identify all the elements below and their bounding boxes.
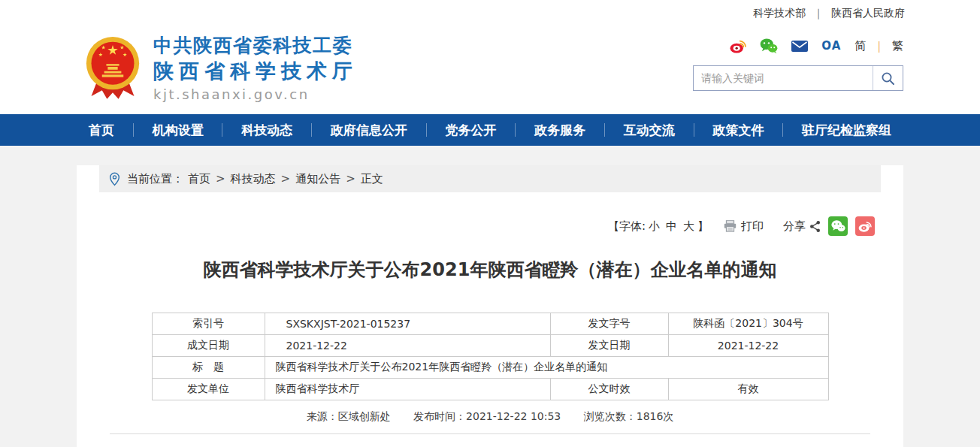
site-url: kjt.shaanxi.gov.cn: [153, 85, 358, 104]
share-icon: [809, 220, 821, 233]
table-row: 标 题 陕西省科学技术厅关于公布2021年陕西省瞪羚（潜在）企业名单的通知: [152, 357, 828, 379]
article-divider: [110, 433, 870, 434]
org-name-line1: 中共陕西省委科技工委: [153, 33, 358, 58]
meta-value-written-date: 2021-12-22: [265, 335, 550, 357]
lang-traditional[interactable]: 繁: [892, 39, 903, 53]
font-size-large[interactable]: 大: [683, 219, 694, 234]
meta-value-doc-number: 陕科函〔2021〕304号: [668, 313, 828, 335]
lang-separator: ｜: [873, 39, 885, 53]
search-icon: [881, 71, 895, 86]
views-group: 浏览次数：1816次: [584, 410, 674, 422]
nav-item-gov-info[interactable]: 政府信息公开: [331, 122, 407, 139]
link-most[interactable]: 科学技术部: [753, 7, 806, 20]
article-source-row: 来源：区域创新处 发布时间：2021-12-22 10:53 浏览次数：1816…: [77, 410, 903, 424]
article-tools-row: 【字体: 小 中 大 】 打印 分享: [77, 216, 903, 236]
nav-item-discipline[interactable]: 驻厅纪检监察组: [802, 122, 891, 139]
link-shaanxi-gov[interactable]: 陕西省人民政府: [831, 7, 905, 20]
weibo-share-icon: [858, 220, 872, 232]
meta-value-validity: 有效: [668, 379, 828, 400]
publish-time-value: 2021-12-22 10:53: [466, 410, 561, 422]
site-header: 中共陕西省委科技工委 陕西省科学技术厅 kjt.shaanxi.gov.cn: [0, 27, 980, 114]
print-button[interactable]: 打印: [724, 219, 764, 234]
font-size-medium[interactable]: 中: [666, 219, 677, 234]
nav-item-news[interactable]: 科技动态: [241, 122, 292, 139]
nav-item-home[interactable]: 首页: [89, 122, 114, 139]
meta-label-issuing-org: 发文单位: [152, 379, 265, 400]
share-control[interactable]: 分享: [783, 219, 821, 234]
article-title: 陕西省科学技术厅关于公布2021年陕西省瞪羚（潜在）企业名单的通知: [122, 257, 858, 282]
printer-icon: [724, 220, 737, 232]
nav-divider: [133, 123, 134, 137]
meta-label-written-date: 成文日期: [152, 335, 265, 357]
main-nav: 首页 机构设置 科技动态 政府信息公开 党务公开 政务服务 互动交流 政策文件 …: [0, 114, 980, 146]
views-label: 浏览次数：: [584, 410, 637, 422]
source-value: 区域创新处: [338, 410, 391, 422]
font-size-prefix: 【字体:: [608, 219, 646, 234]
wechat-icon[interactable]: [760, 38, 778, 53]
breadcrumb-separator: >: [346, 172, 355, 186]
meta-label-issue-date: 发文日期: [550, 335, 668, 357]
share-weibo-button[interactable]: [855, 216, 875, 236]
table-row: 发文单位 陕西省科学技术厅 公文时效 有效: [152, 379, 828, 400]
nav-divider: [604, 123, 605, 137]
brand-text: 中共陕西省委科技工委 陕西省科学技术厅 kjt.shaanxi.gov.cn: [153, 32, 358, 104]
meta-label-doc-number: 发文字号: [550, 313, 668, 335]
breadcrumb-current: 正文: [361, 172, 383, 186]
main-content: 当前位置： 首页 > 科技动态 > 通知公告 > 正文 【字体: 小 中 大 】…: [77, 165, 903, 447]
publish-time-group: 发布时间：2021-12-22 10:53: [413, 410, 561, 422]
nav-divider: [782, 123, 783, 137]
breadcrumb-news[interactable]: 科技动态: [231, 172, 276, 186]
nav-divider: [694, 123, 694, 137]
meta-value-title: 陕西省科学技术厅关于公布2021年陕西省瞪羚（潜在）企业名单的通知: [265, 357, 828, 379]
nav-item-interaction[interactable]: 互动交流: [624, 122, 675, 139]
meta-label-title: 标 题: [152, 357, 265, 379]
top-links-separator: ｜: [813, 7, 824, 20]
publish-time-label: 发布时间：: [413, 410, 466, 422]
meta-value-issue-date: 2021-12-22: [668, 335, 828, 357]
nav-divider: [311, 123, 312, 137]
views-value: 1816次: [637, 410, 674, 422]
breadcrumb-home[interactable]: 首页: [188, 172, 210, 186]
font-size-small[interactable]: 小: [649, 219, 660, 234]
font-size-control: 【字体: 小 中 大 】: [608, 219, 709, 234]
document-meta-table: 索引号 SXSKXJST-2021-015237 发文字号 陕科函〔2021〕3…: [152, 313, 829, 400]
font-size-suffix: 】: [697, 219, 709, 234]
search-input[interactable]: [694, 66, 873, 90]
nav-item-policies[interactable]: 政策文件: [712, 122, 764, 139]
breadcrumb-notices[interactable]: 通知公告: [295, 172, 340, 186]
search-button[interactable]: [873, 66, 903, 90]
nav-item-services[interactable]: 政务服务: [534, 122, 585, 139]
location-pin-icon: [109, 172, 120, 186]
nav-item-orgs[interactable]: 机构设置: [153, 122, 204, 139]
nav-divider: [426, 123, 427, 137]
search-box: [693, 65, 903, 91]
oa-link[interactable]: OA: [821, 39, 841, 53]
meta-value-index: SXSKXJST-2021-015237: [265, 313, 550, 335]
breadcrumb-label: 当前位置：: [127, 172, 183, 186]
top-links-bar: 科学技术部 ｜ 陕西省人民政府: [0, 0, 980, 27]
share-label: 分享: [783, 219, 806, 234]
wechat-share-icon: [831, 220, 845, 232]
source-label: 来源：: [307, 410, 338, 422]
header-right-tools: OA 简 ｜ 繁: [693, 35, 903, 91]
table-row: 索引号 SXSKXJST-2021-015237 发文字号 陕科函〔2021〕3…: [152, 313, 828, 335]
print-label: 打印: [741, 219, 764, 234]
meta-label-index: 索引号: [152, 313, 265, 335]
share-wechat-button[interactable]: [828, 216, 848, 236]
nav-divider: [515, 123, 516, 137]
org-name-line2: 陕西省科学技术厅: [153, 58, 358, 85]
mail-icon[interactable]: [791, 41, 808, 52]
nav-item-party[interactable]: 党务公开: [446, 122, 497, 139]
weibo-icon[interactable]: [730, 38, 746, 53]
source-group: 来源：区域创新处: [307, 410, 391, 422]
quick-icons-row: OA 简 ｜ 繁: [693, 35, 903, 57]
breadcrumb-separator: >: [216, 172, 225, 186]
breadcrumb-separator: >: [281, 172, 291, 186]
nav-divider: [222, 123, 222, 137]
breadcrumb: 当前位置： 首页 > 科技动态 > 通知公告 > 正文: [99, 165, 881, 192]
table-row: 成文日期 2021-12-22 发文日期 2021-12-22: [152, 335, 828, 357]
site-logo[interactable]: 中共陕西省委科技工委 陕西省科学技术厅 kjt.shaanxi.gov.cn: [84, 32, 358, 104]
meta-label-validity: 公文时效: [550, 379, 668, 400]
lang-simplified[interactable]: 简: [854, 39, 866, 53]
national-emblem-icon: [84, 32, 141, 101]
